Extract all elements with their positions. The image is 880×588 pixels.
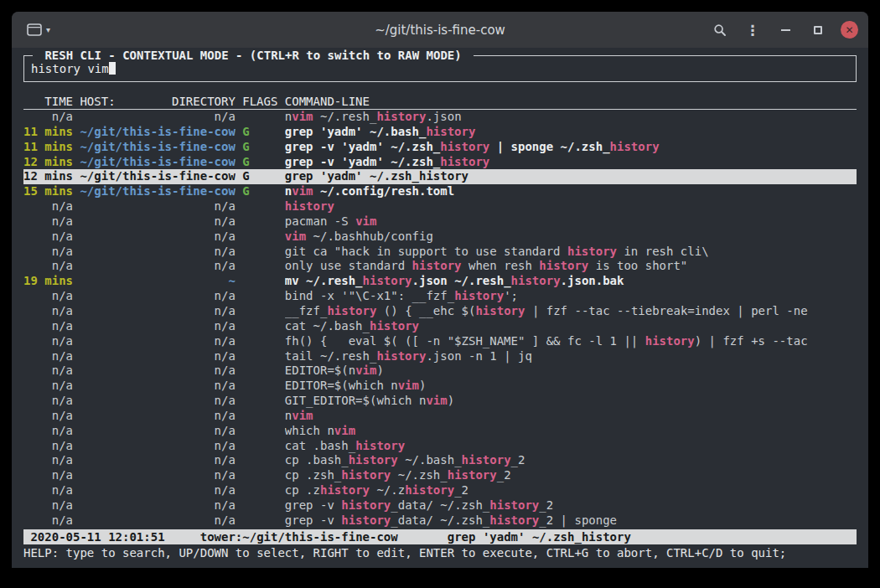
table-row[interactable]: n/an/aEDITOR=$(which nvim) — [23, 379, 857, 394]
row-time: n/a — [23, 214, 73, 230]
table-row[interactable]: n/an/anvim — [23, 409, 857, 424]
row-directory: n/a — [80, 110, 235, 125]
match-highlight: history — [462, 453, 511, 467]
table-row[interactable]: n/an/acat ~/.bash_history — [23, 319, 857, 334]
table-row[interactable]: n/an/avim ~/.bashhub/config — [23, 230, 857, 245]
row-flags — [242, 439, 277, 454]
table-row[interactable]: n/an/anvim ~/.resh_history.json — [23, 110, 857, 125]
table-row[interactable]: n/an/afh() { eval $( ([ -n "$ZSH_NAME" ]… — [23, 334, 857, 349]
table-row[interactable]: n/an/acp .zhistory ~/.zhistory_2 — [23, 483, 857, 498]
row-flags — [242, 379, 277, 394]
row-flags — [242, 424, 277, 439]
history-list: n/an/anvim ~/.resh_history.json11 mins~/… — [23, 110, 857, 529]
match-highlight: history — [341, 498, 391, 512]
status-bar: 2020-05-11 12:01:51 tower:~/git/this-is-… — [23, 529, 857, 544]
table-row[interactable]: n/an/aonly use standard history when res… — [23, 259, 857, 274]
row-flags — [242, 214, 277, 230]
text-cursor — [109, 62, 116, 75]
table-row[interactable]: n/an/abind -x '"\C-x1": __fzf_history'; — [23, 289, 857, 304]
header-host: HOST: — [80, 95, 115, 109]
close-button[interactable]: ✕ — [841, 21, 858, 39]
match-highlight: vim — [355, 364, 376, 377]
header-time: TIME — [23, 95, 73, 109]
row-command: vim ~/.bashhub/config — [285, 230, 857, 245]
minimize-button[interactable] — [775, 19, 795, 41]
match-highlight: vim — [398, 379, 419, 392]
row-flags: G — [242, 125, 277, 140]
row-command: grep 'yadm' ~/.bash_history — [285, 125, 857, 140]
row-directory: ~/git/this-is-fine-cow — [80, 169, 235, 184]
row-flags — [242, 334, 277, 349]
restore-button[interactable] — [808, 19, 828, 41]
table-row[interactable]: 12 mins~/git/this-is-fine-cowGgrep -v 'y… — [23, 155, 857, 170]
row-flags — [242, 274, 277, 289]
match-highlight: history — [376, 349, 426, 363]
table-row[interactable]: n/an/agit ca "hack in support to use sta… — [23, 245, 857, 260]
row-flags — [242, 498, 277, 513]
row-time: n/a — [23, 289, 73, 304]
table-row[interactable]: n/an/acat .bash_history — [23, 439, 857, 454]
row-directory: n/a — [80, 259, 235, 274]
row-time: n/a — [23, 394, 73, 409]
table-row[interactable]: 19 mins~mv ~/.resh_history.json ~/.resh_… — [23, 274, 857, 289]
row-flags — [242, 453, 277, 468]
match-highlight: history — [454, 289, 504, 302]
row-directory: n/a — [80, 513, 235, 529]
table-row[interactable]: n/an/awhich nvim — [23, 424, 857, 439]
search-button[interactable] — [710, 19, 730, 41]
table-row[interactable]: n/an/a__fzf_history () { __ehc $(history… — [23, 304, 857, 319]
table-row[interactable]: 15 mins~/git/this-is-fine-cowGnvim ~/.co… — [23, 184, 857, 199]
row-directory: n/a — [80, 409, 235, 424]
table-row[interactable]: n/an/aEDITOR=$(nvim) — [23, 364, 857, 379]
table-row[interactable]: 11 mins~/git/this-is-fine-cowGgrep -v 'y… — [23, 140, 857, 155]
row-directory: n/a — [80, 199, 235, 214]
row-directory: n/a — [80, 334, 235, 349]
match-highlight: vim — [292, 184, 313, 198]
row-time: n/a — [23, 110, 73, 125]
status-timestamp: 2020-05-11 12:01:51 — [30, 529, 164, 544]
table-row[interactable]: n/an/atail ~/.resh_history.json -n 1 | j… — [23, 349, 857, 364]
row-time: n/a — [23, 498, 73, 513]
table-row[interactable]: n/an/apacman -S vim — [23, 214, 857, 230]
row-directory: n/a — [80, 319, 235, 334]
table-row[interactable]: n/an/agrep -v history_data/ ~/.zsh_histo… — [23, 498, 857, 513]
table-row[interactable]: 11 mins~/git/this-is-fine-cowGgrep 'yadm… — [23, 125, 857, 140]
table-row[interactable]: 12 mins~/git/this-is-fine-cowGgrep 'yadm… — [23, 169, 857, 184]
row-directory: n/a — [80, 230, 235, 245]
header-flags: FLAGS — [242, 95, 277, 109]
menu-button[interactable]: ⋮ — [743, 19, 763, 41]
row-directory: n/a — [80, 379, 235, 394]
terminal: RESH CLI - CONTEXTUAL MODE - (CTRL+R to … — [12, 48, 868, 568]
kebab-menu-icon: ⋮ — [746, 22, 760, 39]
terminal-window: ~/git/this-is-fine-cow ▾ ⋮ — [12, 12, 868, 568]
search-input[interactable]: history vim — [31, 61, 849, 76]
match-highlight: vim — [355, 214, 376, 228]
table-row[interactable]: n/an/acp .bash_history ~/.bash_history_2 — [23, 453, 857, 468]
row-flags — [242, 230, 277, 245]
match-highlight: history — [475, 304, 525, 317]
match-highlight: history — [645, 334, 695, 348]
table-row[interactable]: n/an/ahistory — [23, 199, 857, 214]
row-time: 19 mins — [23, 274, 73, 289]
table-row[interactable]: n/an/aGIT_EDITOR=$(which nvim) — [23, 394, 857, 409]
row-directory: ~/git/this-is-fine-cow — [80, 155, 235, 170]
row-command: nvim ~/.config/resh.toml — [285, 184, 857, 199]
row-time: 15 mins — [23, 184, 73, 199]
status-location: tower:~/git/this-is-fine-cow — [200, 529, 398, 544]
row-time: n/a — [23, 409, 73, 424]
row-directory: n/a — [80, 424, 235, 439]
row-command: EDITOR=$(nvim) — [285, 364, 857, 379]
row-directory: ~/git/this-is-fine-cow — [80, 184, 235, 199]
header-command: COMMAND-LINE — [285, 95, 857, 109]
row-flags: G — [242, 169, 277, 184]
table-row[interactable]: n/an/agrep -v history_data/ ~/.zsh_histo… — [23, 513, 857, 529]
new-terminal-button[interactable]: ▾ — [22, 19, 55, 41]
row-time: n/a — [23, 230, 73, 245]
row-time: n/a — [23, 483, 73, 498]
match-highlight: history — [320, 483, 370, 497]
row-flags — [242, 394, 277, 409]
row-command: GIT_EDITOR=$(which nvim) — [285, 394, 857, 409]
row-time: 11 mins — [23, 125, 73, 140]
table-row[interactable]: n/an/acp .zsh_history ~/.zsh_history_2 — [23, 468, 857, 483]
row-command: tail ~/.resh_history.json -n 1 | jq — [285, 349, 857, 364]
